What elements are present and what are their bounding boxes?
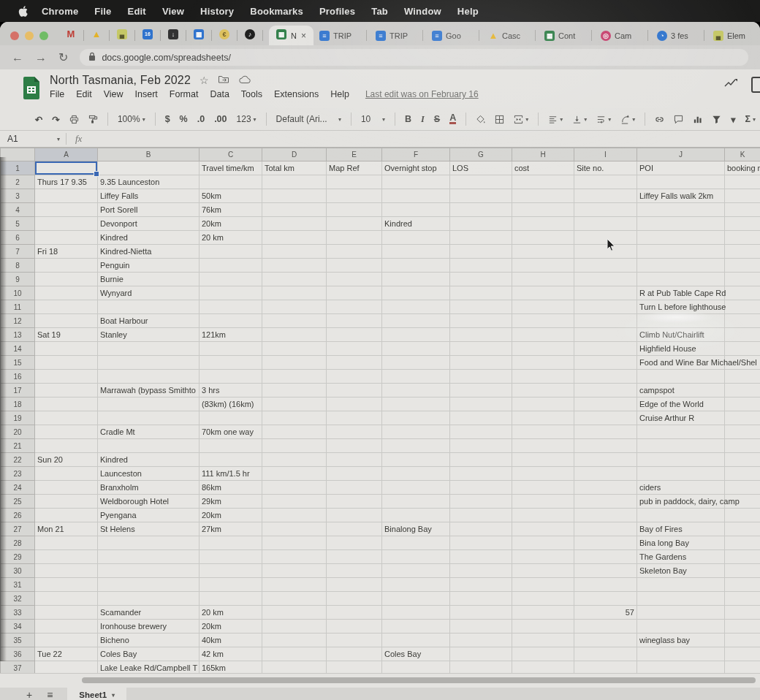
cell-D13[interactable] <box>262 328 327 342</box>
cell-H5[interactable] <box>512 217 574 231</box>
cell-H17[interactable] <box>512 384 574 397</box>
cell-B24[interactable]: Branxholm <box>98 481 200 495</box>
mac-menu-view[interactable]: View <box>154 6 192 17</box>
cell-F7[interactable] <box>382 245 450 259</box>
cell-I1[interactable]: Site no. <box>574 161 637 175</box>
row-header-15[interactable]: 15 <box>1 356 35 370</box>
pinned-tab-cal16[interactable]: 16 <box>140 29 156 42</box>
cell-G17[interactable] <box>450 384 512 397</box>
cell-K8[interactable] <box>725 259 760 273</box>
cell-H22[interactable] <box>512 453 574 467</box>
cell-G12[interactable] <box>450 314 512 328</box>
cell-F12[interactable] <box>382 314 450 328</box>
browser-tab-cont[interactable]: ▦Cont <box>540 26 587 45</box>
cell-G35[interactable] <box>450 634 512 647</box>
cell-F15[interactable] <box>382 356 450 370</box>
apple-icon[interactable] <box>12 6 34 17</box>
menu-edit[interactable]: Edit <box>70 89 98 99</box>
cell-E10[interactable] <box>327 286 382 300</box>
cell-F30[interactable] <box>382 564 450 578</box>
cell-H21[interactable] <box>512 439 574 453</box>
row-header-31[interactable]: 31 <box>1 578 35 592</box>
cell-G23[interactable] <box>450 467 512 481</box>
cell-C25[interactable]: 29km <box>200 495 262 509</box>
cell-K35[interactable] <box>725 634 760 647</box>
cell-K23[interactable] <box>725 467 760 481</box>
cell-A18[interactable] <box>35 397 98 411</box>
doc-title[interactable]: North Tasmania, Feb 2022 <box>50 74 191 87</box>
cell-G14[interactable] <box>450 342 512 356</box>
row-header-37[interactable]: 37 <box>1 661 35 674</box>
cell-A19[interactable] <box>35 411 98 425</box>
mac-menu-bookmarks[interactable]: Bookmarks <box>242 6 311 17</box>
redo-icon[interactable]: ↷ <box>48 110 64 128</box>
cell-J36[interactable] <box>637 647 725 661</box>
cell-I31[interactable] <box>574 578 637 592</box>
cell-B23[interactable]: Launceston <box>98 467 200 481</box>
cell-I13[interactable] <box>574 328 637 342</box>
cell-I32[interactable] <box>574 592 637 606</box>
cell-C19[interactable] <box>200 411 262 425</box>
cell-K14[interactable] <box>725 342 760 356</box>
cell-B4[interactable]: Port Sorell <box>98 203 200 217</box>
zoom-window-button[interactable] <box>39 31 48 40</box>
cell-A9[interactable] <box>35 273 98 286</box>
cell-I37[interactable] <box>574 661 637 674</box>
col-header-G[interactable]: G <box>450 148 512 161</box>
cell-E2[interactable] <box>327 175 382 189</box>
cell-C35[interactable]: 40km <box>200 634 262 647</box>
name-box-caret-icon[interactable]: ▾ <box>57 136 60 142</box>
row-header-23[interactable]: 23 <box>1 467 35 481</box>
cell-A20[interactable] <box>35 425 98 439</box>
cell-J30[interactable]: Skeleton Bay <box>637 564 725 578</box>
cell-A11[interactable] <box>35 300 98 314</box>
cell-I21[interactable] <box>574 439 637 453</box>
row-header-1[interactable]: 1 <box>1 161 35 175</box>
star-icon[interactable]: ☆ <box>200 75 209 86</box>
row-header-28[interactable]: 28 <box>1 536 35 550</box>
menu-tools[interactable]: Tools <box>235 89 268 99</box>
cell-D34[interactable] <box>262 620 327 634</box>
cell-B5[interactable]: Devonport <box>98 217 200 231</box>
cell-E23[interactable] <box>327 467 382 481</box>
increase-decimal-icon[interactable]: .00 <box>210 110 231 128</box>
cell-C28[interactable] <box>200 536 262 550</box>
text-wrap-icon[interactable]: ▾ <box>592 110 615 128</box>
menu-help[interactable]: Help <box>324 89 355 99</box>
browser-tab-3fes[interactable]: ◔3 fes <box>653 26 699 45</box>
pinned-tab-tiktok[interactable]: ♪ <box>242 29 258 42</box>
cell-I35[interactable] <box>574 634 637 647</box>
cell-F26[interactable] <box>382 509 450 522</box>
row-header-26[interactable]: 26 <box>1 509 35 522</box>
cell-F10[interactable] <box>382 286 450 300</box>
cell-B25[interactable]: Weldborough Hotel <box>98 495 200 509</box>
cell-D31[interactable] <box>262 578 327 592</box>
cell-J16[interactable] <box>637 370 725 384</box>
browser-tab-casc[interactable]: ▲Casc <box>484 26 531 45</box>
row-header-20[interactable]: 20 <box>1 425 35 439</box>
cell-A25[interactable] <box>35 495 98 509</box>
cell-D21[interactable] <box>262 439 327 453</box>
cell-B17[interactable]: Marrawah (bypass Smithto <box>98 384 200 397</box>
col-header-A[interactable]: A <box>35 148 98 161</box>
cell-H8[interactable] <box>512 259 574 273</box>
cell-G10[interactable] <box>450 286 512 300</box>
cell-K34[interactable] <box>725 620 760 634</box>
row-header-34[interactable]: 34 <box>1 620 35 634</box>
cell-C20[interactable]: 70km one way <box>200 425 262 439</box>
cell-F1[interactable]: Overnight stop <box>382 161 450 175</box>
cell-K11[interactable] <box>725 300 760 314</box>
italic-icon[interactable]: I <box>417 110 429 128</box>
pinned-tab-drive[interactable]: ▲ <box>88 29 104 42</box>
cell-K16[interactable] <box>725 370 760 384</box>
cell-H12[interactable] <box>512 314 574 328</box>
browser-tab-trip[interactable]: ≡TRIP <box>371 26 418 45</box>
last-edit-link[interactable]: Last edit was on February 16 <box>365 89 479 99</box>
cell-H7[interactable] <box>512 245 574 259</box>
cell-B19[interactable] <box>98 411 200 425</box>
cell-D18[interactable] <box>262 397 327 411</box>
cell-C9[interactable] <box>200 273 262 286</box>
cell-E34[interactable] <box>327 620 382 634</box>
all-sheets-button[interactable]: ≡ <box>47 689 53 700</box>
cell-K37[interactable] <box>725 661 760 674</box>
